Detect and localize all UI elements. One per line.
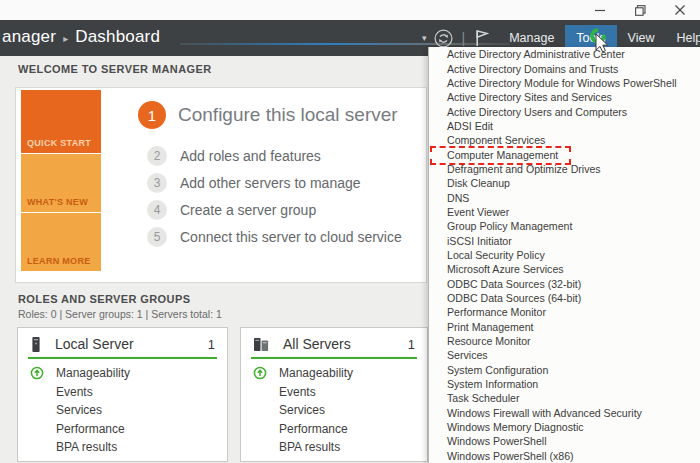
tools-menu-item[interactable]: Microsoft Azure Services bbox=[429, 262, 700, 276]
local-server-card: Local Server 1 Manageability bbox=[17, 327, 228, 462]
manageability-ok-icon bbox=[253, 366, 267, 380]
welcome-step[interactable]: 5 Connect this server to cloud service bbox=[147, 227, 402, 247]
tools-menu-item[interactable]: Component Services bbox=[429, 133, 700, 147]
tab-quick-start[interactable]: QUICK START bbox=[21, 90, 101, 153]
minimize-button[interactable] bbox=[580, 0, 620, 20]
welcome-step[interactable]: 4 Create a server group bbox=[147, 200, 402, 220]
tools-menu-item[interactable]: Local Security Policy bbox=[429, 248, 700, 262]
step-1-badge: 1 bbox=[138, 101, 166, 129]
card-item-label[interactable]: Manageability bbox=[279, 366, 353, 380]
breadcrumb-prefix: anager bbox=[2, 27, 56, 47]
tools-menu-item[interactable]: Windows Memory Diagnostic bbox=[429, 420, 700, 434]
tools-menu-item[interactable]: System Information bbox=[429, 377, 700, 391]
tools-menu-item[interactable]: DNS bbox=[429, 190, 700, 204]
step-label[interactable]: Create a server group bbox=[180, 202, 316, 218]
tools-menu-item[interactable]: Windows Firewall with Advanced Security bbox=[429, 406, 700, 420]
card-item[interactable]: Events bbox=[253, 383, 421, 402]
card-count: 1 bbox=[408, 337, 415, 352]
step-label[interactable]: Connect this server to cloud service bbox=[180, 229, 402, 245]
close-icon bbox=[675, 5, 685, 15]
tools-menu-item[interactable]: Resource Monitor bbox=[429, 334, 700, 348]
minimize-icon bbox=[595, 5, 605, 15]
status-line bbox=[28, 357, 217, 359]
server-tower-icon bbox=[30, 336, 42, 353]
card-title[interactable]: All Servers bbox=[283, 336, 351, 352]
tools-menu-item[interactable]: Active Directory Domains and Trusts bbox=[429, 61, 700, 75]
tools-menu-item[interactable]: iSCSI Initiator bbox=[429, 233, 700, 247]
breadcrumb: anager ▸ Dashboard bbox=[2, 27, 160, 47]
all-servers-items: Manageability Events bbox=[253, 364, 421, 457]
tab-learn-more[interactable]: LEARN MORE bbox=[21, 213, 101, 271]
tools-menu-item[interactable]: Event Viewer bbox=[429, 205, 700, 219]
window-controls bbox=[580, 0, 700, 20]
tools-menu-item[interactable]: Task Scheduler bbox=[429, 391, 700, 405]
title-bar bbox=[0, 0, 700, 20]
card-item[interactable]: Services bbox=[253, 401, 421, 420]
card-item[interactable]: BPA results bbox=[253, 438, 421, 457]
tools-menu-item[interactable]: Disk Cleanup bbox=[429, 176, 700, 190]
card-item-label[interactable]: Events bbox=[279, 385, 316, 399]
welcome-steps-list: 2 Add roles and features 3 Add other ser… bbox=[147, 146, 402, 247]
tab-whats-new[interactable]: WHAT'S NEW bbox=[21, 154, 101, 212]
tools-menu-item[interactable]: Active Directory Sites and Services bbox=[429, 90, 700, 104]
step-number-badge: 5 bbox=[147, 227, 167, 247]
card-item[interactable]: Manageability bbox=[253, 364, 421, 383]
local-server-header[interactable]: Local Server 1 bbox=[30, 335, 215, 353]
tools-menu-item[interactable]: ODBC Data Sources (32-bit) bbox=[429, 277, 700, 291]
breadcrumb-arrow-icon: ▸ bbox=[63, 33, 68, 44]
notifications-flag-button[interactable] bbox=[474, 29, 489, 47]
card-item-label[interactable]: Performance bbox=[279, 422, 348, 436]
tools-menu-item[interactable]: System Configuration bbox=[429, 363, 700, 377]
welcome-step[interactable]: 3 Add other servers to manage bbox=[147, 173, 402, 193]
restore-button[interactable] bbox=[620, 0, 660, 20]
tools-menu-item[interactable]: Active Directory Administrative Center bbox=[429, 47, 700, 61]
card-item[interactable]: Services bbox=[30, 401, 221, 420]
step-label[interactable]: Add roles and features bbox=[180, 148, 321, 164]
refresh-icon bbox=[434, 29, 453, 48]
card-item[interactable]: BPA results bbox=[30, 438, 221, 457]
card-count: 1 bbox=[208, 337, 215, 352]
close-button[interactable] bbox=[660, 0, 700, 20]
tools-menu-item[interactable]: ODBC Data Sources (64-bit) bbox=[429, 291, 700, 305]
welcome-step[interactable]: 2 Add roles and features bbox=[147, 146, 402, 166]
card-item-label[interactable]: Services bbox=[56, 403, 102, 417]
roles-summary: Roles: 0 | Server groups: 1 | Servers to… bbox=[18, 308, 222, 320]
step-label[interactable]: Add other servers to manage bbox=[180, 175, 361, 191]
tools-menu-item[interactable]: Active Directory Users and Computers bbox=[429, 104, 700, 118]
card-item[interactable]: Performance bbox=[30, 420, 221, 439]
card-item[interactable]: Performance bbox=[253, 420, 421, 439]
roles-heading: ROLES AND SERVER GROUPS bbox=[18, 293, 190, 305]
step-1-label[interactable]: Configure this local server bbox=[178, 104, 398, 126]
tools-menu-item[interactable]: Group Policy Management bbox=[429, 219, 700, 233]
servers-group-icon bbox=[253, 336, 270, 353]
flag-icon bbox=[474, 29, 489, 47]
step-number-badge: 4 bbox=[147, 200, 167, 220]
tools-menu-item[interactable]: Computer Management bbox=[429, 147, 700, 161]
breadcrumb-current[interactable]: Dashboard bbox=[75, 27, 160, 47]
refresh-button[interactable] bbox=[434, 29, 453, 48]
tools-menu-item[interactable]: Windows PowerShell bbox=[429, 434, 700, 448]
restore-icon bbox=[635, 5, 646, 16]
manageability-ok-icon bbox=[30, 366, 44, 380]
tools-menu-item[interactable]: ADSI Edit bbox=[429, 119, 700, 133]
step-number-badge: 3 bbox=[147, 173, 167, 193]
card-item-label[interactable]: Performance bbox=[56, 422, 125, 436]
tools-menu-item[interactable]: Services bbox=[429, 348, 700, 362]
tools-menu-item[interactable]: Performance Monitor bbox=[429, 305, 700, 319]
all-servers-header[interactable]: All Servers 1 bbox=[253, 335, 415, 353]
tools-menu-item[interactable]: Print Management bbox=[429, 320, 700, 334]
card-item-label[interactable]: Events bbox=[56, 385, 93, 399]
card-item-label[interactable]: BPA results bbox=[56, 440, 117, 454]
step-configure-local-server[interactable]: 1 Configure this local server bbox=[138, 101, 398, 129]
local-server-items: Manageability Events bbox=[30, 364, 221, 457]
tools-menu-item[interactable]: Windows PowerShell (x86) bbox=[429, 449, 700, 463]
card-item-label[interactable]: BPA results bbox=[279, 440, 340, 454]
tools-menu-item[interactable]: Active Directory Module for Windows Powe… bbox=[429, 76, 700, 90]
chevron-down-icon[interactable]: ▾ bbox=[422, 33, 427, 43]
card-item[interactable]: Events bbox=[30, 383, 221, 402]
tools-menu-item[interactable]: Defragment and Optimize Drives bbox=[429, 162, 700, 176]
card-item-label[interactable]: Manageability bbox=[56, 366, 130, 380]
card-title[interactable]: Local Server bbox=[55, 336, 134, 352]
card-item[interactable]: Manageability bbox=[30, 364, 221, 383]
card-item-label[interactable]: Services bbox=[279, 403, 325, 417]
